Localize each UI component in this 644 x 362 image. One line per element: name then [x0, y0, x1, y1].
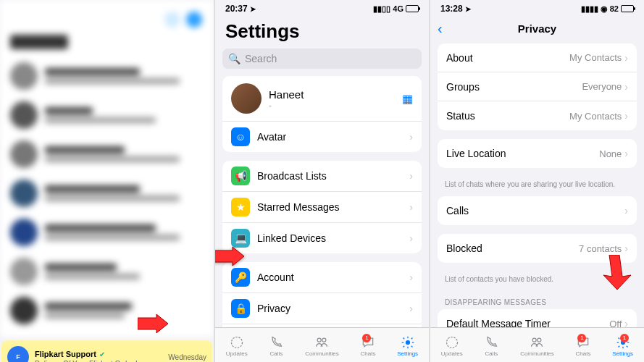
back-button[interactable]: ‹ — [438, 20, 443, 37]
live-location-row[interactable]: Live LocationNone› — [438, 139, 637, 168]
flipkart-title: Flipkart Support — [35, 350, 96, 358]
nav-title: Privacy — [518, 22, 556, 35]
network-label: 4G — [393, 4, 403, 13]
privacy-label: Privacy — [257, 303, 409, 314]
calls-label: Calls — [446, 205, 624, 216]
tab-label: Communities — [305, 350, 339, 357]
tab-label: Settings — [397, 350, 418, 357]
tab-chats-badge: 1 — [362, 334, 371, 342]
avatar-icon: ☺ — [231, 127, 250, 146]
blocked-row[interactable]: Blocked7 contacts› — [438, 234, 637, 263]
tab-chats[interactable]: Chats1 — [576, 335, 591, 357]
groups-label: Groups — [446, 81, 582, 93]
svg-point-11 — [533, 338, 537, 342]
flipkart-support-card[interactable]: F Flipkart Support ✔ Delivery Of Your Fl… — [1, 340, 212, 362]
avatar-row[interactable]: ☺ Avatar › — [222, 122, 422, 152]
chevron-icon: › — [409, 201, 413, 213]
tab-calls[interactable]: Calls — [484, 335, 498, 357]
tab-label: Updates — [226, 350, 248, 357]
tab-calls[interactable]: Calls — [269, 335, 283, 357]
lock-icon: 🔒 — [231, 299, 250, 318]
privacy-scroll[interactable]: AboutMy Contacts› GroupsEveryone› Status… — [430, 41, 644, 327]
chevron-icon: › — [409, 272, 413, 283]
nav-header: ‹ Privacy — [430, 16, 644, 41]
blocked-value: 7 contacts — [579, 243, 622, 254]
live-location-label: Live Location — [446, 148, 599, 159]
tab-bar: Updates Calls Communities Chats1 Setting… — [430, 327, 644, 362]
account-label: Account — [257, 272, 409, 283]
about-value: My Contacts — [569, 52, 622, 63]
svg-point-12 — [538, 338, 541, 342]
calls-row[interactable]: Calls› — [438, 196, 637, 225]
status-bar: 13:28 ➤ ▮▮▮▮ ◉ 82 — [430, 0, 644, 16]
linked-row[interactable]: 💻Linked Devices› — [222, 223, 422, 253]
tab-settings[interactable]: Settings1 — [612, 335, 633, 357]
blurred-chat-list — [0, 0, 214, 337]
tab-label: Communities — [520, 350, 554, 357]
settings-scroll[interactable]: Settings 🔍 Search Haneet - ▦ ☺ Avatar — [215, 16, 429, 327]
chats-row[interactable]: 💬Chats1› — [222, 324, 422, 327]
location-icon: ➤ — [465, 5, 471, 13]
chevron-icon: › — [409, 170, 413, 182]
chevron-icon: › — [624, 243, 628, 254]
tab-updates[interactable]: Updates — [226, 335, 248, 357]
tab-communities[interactable]: Communities — [305, 335, 339, 357]
status-time: 20:37 — [225, 4, 248, 14]
avatar-label: Avatar — [257, 131, 409, 143]
status-label: Status — [446, 110, 569, 122]
about-row[interactable]: AboutMy Contacts› — [438, 43, 637, 72]
status-time: 13:28 — [440, 4, 463, 14]
tab-chats-badge: 1 — [577, 334, 586, 342]
qr-icon[interactable]: ▦ — [402, 92, 413, 106]
svg-point-10 — [446, 337, 457, 348]
chevron-icon: › — [409, 232, 413, 244]
linked-icon: 💻 — [231, 229, 250, 248]
tab-communities[interactable]: Communities — [520, 335, 554, 357]
tab-label: Calls — [270, 350, 283, 357]
chevron-icon: › — [409, 303, 413, 314]
privacy-row[interactable]: 🔒Privacy› — [222, 293, 422, 324]
tab-settings-badge: 1 — [620, 334, 629, 342]
disappearing-header: DISAPPEARING MESSAGES — [430, 291, 644, 309]
groups-value: Everyone — [582, 81, 622, 92]
tab-label: Settings — [612, 350, 633, 357]
battery-icon — [621, 5, 634, 12]
tab-settings[interactable]: Settings — [397, 335, 418, 357]
flipkart-day: Wednesday — [168, 353, 206, 361]
broadcast-icon: 📢 — [231, 167, 250, 185]
tab-updates[interactable]: Updates — [441, 335, 463, 357]
groups-row[interactable]: GroupsEveryone› — [438, 72, 637, 101]
tab-label: Updates — [441, 350, 463, 357]
tab-label: Chats — [576, 350, 591, 357]
tab-bar: Updates Calls Communities Chats1 Setting… — [215, 327, 429, 362]
blocked-footer: List of contacts you have blocked. — [430, 272, 644, 291]
timer-label: Default Message Timer — [446, 318, 609, 327]
battery-percent: 82 — [610, 4, 619, 13]
chevron-icon: › — [409, 131, 413, 143]
status-row[interactable]: StatusMy Contacts› — [438, 101, 637, 130]
default-timer-row[interactable]: Default Message TimerOff› — [438, 309, 637, 327]
broadcast-row[interactable]: 📢Broadcast Lists› — [222, 161, 422, 192]
profile-row[interactable]: Haneet - ▦ — [222, 76, 422, 122]
starred-row[interactable]: ★Starred Messages› — [222, 192, 422, 223]
search-input[interactable]: 🔍 Search — [222, 49, 422, 69]
star-icon: ★ — [231, 198, 250, 216]
live-location-value: None — [599, 148, 622, 159]
status-value: My Contacts — [569, 111, 622, 122]
signal-icon: ▮▮▮▮ — [581, 4, 598, 14]
chevron-icon: › — [624, 318, 628, 327]
profile-sub: - — [269, 101, 402, 109]
phone-settings: 20:37 ➤ ▮▮▯▯ 4G Settings 🔍 Search Haneet… — [214, 0, 430, 362]
flipkart-icon: F — [7, 346, 29, 362]
svg-point-8 — [406, 340, 409, 344]
about-label: About — [446, 52, 569, 64]
tab-label: Chats — [361, 350, 376, 357]
tab-chats[interactable]: Chats1 — [361, 335, 376, 357]
blocked-label: Blocked — [446, 243, 579, 254]
chevron-icon: › — [624, 110, 628, 122]
phone-chats-blurred: F Flipkart Support ✔ Delivery Of Your Fl… — [0, 0, 214, 362]
chevron-icon: › — [624, 205, 628, 216]
account-row[interactable]: 🔑Account› — [222, 262, 422, 293]
linked-label: Linked Devices — [257, 232, 409, 244]
chevron-icon: › — [624, 52, 628, 64]
